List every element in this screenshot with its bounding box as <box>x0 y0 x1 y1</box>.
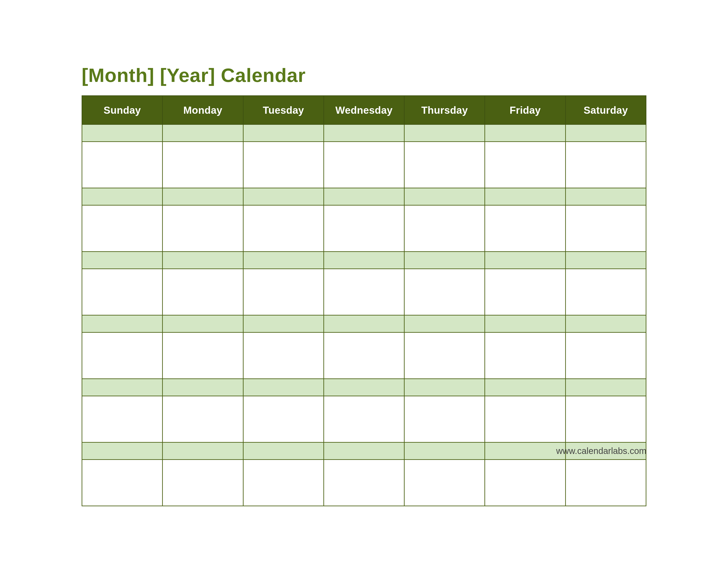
content-cell <box>82 396 163 443</box>
content-cell <box>485 460 565 506</box>
date-cell <box>82 443 163 460</box>
content-cell <box>82 142 163 188</box>
date-cell <box>82 379 163 396</box>
day-header-thursday: Thursday <box>404 96 485 124</box>
date-cell <box>565 379 646 396</box>
content-cell <box>324 396 404 443</box>
date-cell <box>565 124 646 142</box>
date-cell <box>82 188 163 205</box>
day-header-friday: Friday <box>485 96 565 124</box>
content-cell <box>565 460 646 506</box>
date-cell <box>243 188 324 205</box>
week-4-date-row <box>82 315 646 333</box>
date-cell <box>485 315 565 333</box>
content-cell <box>324 460 404 506</box>
content-cell <box>324 269 404 315</box>
content-cell <box>163 333 243 379</box>
date-cell <box>404 443 485 460</box>
date-cell <box>243 443 324 460</box>
date-cell <box>565 188 646 205</box>
date-cell <box>324 443 404 460</box>
content-cell <box>565 205 646 252</box>
date-cell <box>485 379 565 396</box>
content-cell <box>404 460 485 506</box>
content-cell <box>243 396 324 443</box>
content-cell <box>163 269 243 315</box>
calendar-table: Sunday Monday Tuesday Wednesday Thursday… <box>82 95 646 506</box>
footer-link[interactable]: www.calendarlabs.com <box>556 446 646 456</box>
date-cell <box>324 252 404 269</box>
content-cell <box>485 142 565 188</box>
date-cell <box>404 315 485 333</box>
content-cell <box>565 269 646 315</box>
content-cell <box>82 333 163 379</box>
content-cell <box>324 333 404 379</box>
content-cell <box>324 205 404 252</box>
content-cell <box>243 205 324 252</box>
content-cell <box>485 396 565 443</box>
week-1-content-row <box>82 142 646 188</box>
page-title: [Month] [Year] Calendar <box>82 64 646 86</box>
week-3-content-row <box>82 269 646 315</box>
content-cell <box>565 333 646 379</box>
date-cell <box>404 252 485 269</box>
day-header-saturday: Saturday <box>565 96 646 124</box>
date-cell <box>404 124 485 142</box>
content-cell <box>243 333 324 379</box>
content-cell <box>163 396 243 443</box>
content-cell <box>404 269 485 315</box>
date-cell <box>485 124 565 142</box>
week-2-content-row <box>82 205 646 252</box>
week-6-content-row <box>82 460 646 506</box>
week-5-date-row <box>82 379 646 396</box>
date-cell <box>324 379 404 396</box>
content-cell <box>243 269 324 315</box>
date-cell <box>163 252 243 269</box>
content-cell <box>163 205 243 252</box>
content-cell <box>485 333 565 379</box>
date-cell <box>404 379 485 396</box>
date-cell <box>243 315 324 333</box>
date-cell <box>82 252 163 269</box>
content-cell <box>404 333 485 379</box>
date-cell <box>404 188 485 205</box>
date-cell <box>565 315 646 333</box>
date-cell <box>82 124 163 142</box>
date-cell <box>485 252 565 269</box>
date-cell <box>163 188 243 205</box>
date-cell <box>565 252 646 269</box>
week-1-date-row <box>82 124 646 142</box>
day-header-wednesday: Wednesday <box>324 96 404 124</box>
header-row: Sunday Monday Tuesday Wednesday Thursday… <box>82 96 646 124</box>
content-cell <box>82 205 163 252</box>
day-header-tuesday: Tuesday <box>243 96 324 124</box>
content-cell <box>565 142 646 188</box>
content-cell <box>404 205 485 252</box>
week-4-content-row <box>82 333 646 379</box>
calendar-page: [Month] [Year] Calendar Sunday Monday Tu… <box>82 64 646 506</box>
content-cell <box>82 269 163 315</box>
date-cell <box>243 124 324 142</box>
date-cell <box>485 188 565 205</box>
date-cell <box>324 315 404 333</box>
content-cell <box>485 205 565 252</box>
date-cell <box>485 443 565 460</box>
date-cell <box>324 188 404 205</box>
date-cell <box>163 443 243 460</box>
day-header-sunday: Sunday <box>82 96 163 124</box>
week-3-date-row <box>82 252 646 269</box>
date-cell <box>324 124 404 142</box>
content-cell <box>163 142 243 188</box>
day-header-monday: Monday <box>163 96 243 124</box>
date-cell <box>82 315 163 333</box>
content-cell <box>243 142 324 188</box>
content-cell <box>324 142 404 188</box>
date-cell <box>243 379 324 396</box>
content-cell <box>565 396 646 443</box>
content-cell <box>163 460 243 506</box>
content-cell <box>485 269 565 315</box>
date-cell <box>243 252 324 269</box>
date-cell <box>163 379 243 396</box>
content-cell <box>404 396 485 443</box>
week-2-date-row <box>82 188 646 205</box>
